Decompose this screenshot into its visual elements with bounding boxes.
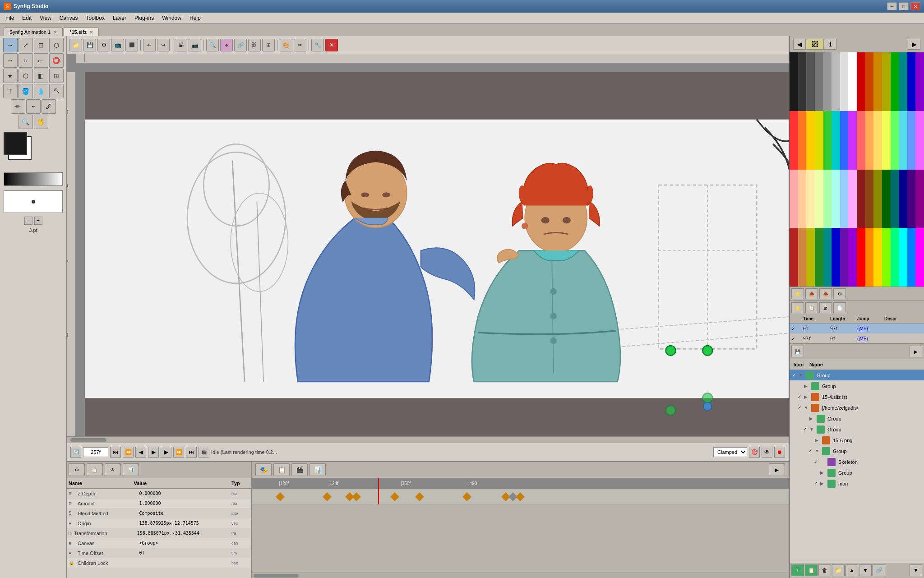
color-cell[interactable] [865, 228, 874, 287]
color-cell[interactable] [840, 111, 849, 170]
layer-add-btn[interactable]: + [791, 564, 804, 576]
tool-mirror[interactable]: ↔ [3, 53, 18, 68]
show-btn[interactable]: 📽 [175, 39, 187, 51]
tool-unknown2[interactable]: ⭕ [49, 53, 64, 68]
canvas-viewport[interactable] [85, 72, 789, 436]
keyframe-row-1[interactable]: ✓ 0f 97f (jMP) [790, 324, 924, 333]
color-cell[interactable] [865, 52, 874, 111]
layer-row-group1[interactable]: ✓ ▼ Group [790, 370, 924, 381]
render-preview-btn[interactable]: 👁 [762, 447, 772, 458]
frame-input[interactable] [83, 447, 108, 457]
color-cell[interactable] [891, 170, 899, 228]
color-cell[interactable] [790, 111, 798, 170]
color-cell[interactable] [823, 170, 832, 228]
stop-btn[interactable]: ✕ [325, 39, 338, 51]
color-cell[interactable] [832, 52, 840, 111]
gradient-preview[interactable] [4, 172, 63, 186]
color-cell[interactable] [915, 111, 924, 170]
zoom-magnify-btn[interactable]: 🔍 [206, 39, 219, 51]
timetrack-tab[interactable]: 📋 [87, 463, 103, 476]
layer-down-btn[interactable]: ▼ [859, 564, 872, 576]
layer-scroll-right[interactable]: ▶ [910, 346, 922, 357]
layer-del-btn[interactable]: 🗑 [818, 564, 831, 576]
color-cell[interactable] [891, 228, 899, 287]
maximize-button[interactable]: □ [899, 2, 909, 10]
menu-toolbox[interactable]: Toolbox [83, 14, 108, 22]
color-cell[interactable] [882, 170, 891, 228]
layer-more-btn[interactable]: ▼ [910, 564, 922, 576]
keyframe-6[interactable] [415, 492, 424, 501]
tool-hand[interactable]: 🖐 [34, 115, 48, 129]
color-cell[interactable] [857, 228, 865, 287]
color-cell[interactable] [790, 228, 798, 287]
foreground-color[interactable] [4, 132, 27, 155]
color-cell[interactable] [840, 52, 849, 111]
tab-15sifz[interactable]: *15.sifz ✕ [64, 28, 99, 36]
prop-row-blend[interactable]: S Blend Method Composite inte [67, 509, 251, 518]
timeline-tab-1[interactable]: 🎭 [255, 463, 272, 476]
color-cell[interactable] [899, 111, 907, 170]
save-btn[interactable]: 💾 [83, 39, 96, 51]
undo-btn[interactable]: ↩ [143, 39, 156, 51]
tab-animation1-close[interactable]: ✕ [53, 30, 57, 35]
menu-view[interactable]: View [36, 14, 55, 22]
color-cell[interactable] [865, 170, 874, 228]
color-cell[interactable] [798, 52, 807, 111]
timeline-tab-2[interactable]: 📋 [273, 463, 290, 476]
prop-row-amount[interactable]: π Amount 1.000000 rea [67, 499, 251, 509]
color-cell[interactable] [806, 170, 815, 228]
prop-row-timeoffset[interactable]: ● Time Offset 0f tim [67, 548, 251, 558]
color-cell[interactable] [815, 52, 823, 111]
show-bones-btn[interactable]: ⛓ [248, 39, 261, 51]
show-grid-btn[interactable]: ⊞ [262, 39, 275, 51]
color-cell[interactable] [832, 170, 840, 228]
layer-row-group3[interactable]: ▶ Group [790, 413, 924, 424]
size-decrease-button[interactable]: - [24, 217, 32, 225]
color-cell[interactable] [873, 170, 882, 228]
prop-row-childlock[interactable]: 🔒 Children Lock boo [67, 558, 251, 568]
prop-row-canvas[interactable]: ■ Canvas <Group> can [67, 538, 251, 548]
color-cell[interactable] [873, 111, 882, 170]
prop-row-zdepth[interactable]: π Z Depth 0.000000 rea [67, 489, 251, 499]
menu-plugins[interactable]: Plug-ins [131, 14, 157, 22]
menu-layer[interactable]: Layer [109, 14, 130, 22]
color-cell[interactable] [882, 52, 891, 111]
layer-row-15sifz[interactable]: ✓ ▶ 15-4.sifz lst [790, 392, 924, 402]
tool-eyedropper[interactable]: 💧 [34, 84, 48, 98]
unknown-btn1[interactable]: ⬛ [125, 39, 138, 51]
nav-info-btn[interactable]: ℹ [824, 39, 836, 50]
color-cell[interactable] [907, 111, 916, 170]
play-btn[interactable]: ▶ [148, 447, 159, 458]
kf-nav-btn[interactable]: ⭐ [791, 302, 804, 313]
color-cell[interactable] [832, 111, 840, 170]
color-cell[interactable] [832, 228, 840, 287]
tool-circle[interactable]: ○ [18, 53, 33, 68]
prop-row-origin[interactable]: ● Origin 138.876925px,12.714575 vec [67, 518, 251, 528]
color-cell[interactable] [806, 111, 815, 170]
layer-row-group4[interactable]: ✓ ▼ Group [790, 424, 924, 435]
menu-canvas[interactable]: Canvas [56, 14, 82, 22]
color-cell[interactable] [915, 52, 924, 111]
color-cell[interactable] [840, 228, 849, 287]
color-cell[interactable] [873, 228, 882, 287]
loop-btn[interactable]: 🔄 [70, 447, 81, 458]
color-cell[interactable] [899, 170, 907, 228]
color-cell[interactable] [823, 228, 832, 287]
color-cell[interactable] [857, 170, 865, 228]
pencil-btn[interactable]: ✏ [294, 39, 306, 51]
color-cell[interactable] [907, 228, 916, 287]
layer-group-btn[interactable]: 📁 [832, 564, 845, 576]
menu-file[interactable]: File [2, 14, 18, 22]
keyframe-10[interactable] [516, 492, 525, 501]
color-cell[interactable] [848, 170, 857, 228]
palette-add-btn[interactable]: ⭐ [791, 288, 804, 299]
tool-checker[interactable]: ⊞ [49, 69, 64, 83]
layer-row-skeleton[interactable]: ✓ Skeleton [790, 457, 924, 467]
nav-back-btn[interactable]: ◀ [793, 39, 806, 50]
step-fwd-btn[interactable]: ▶ [161, 447, 171, 458]
keyframe-4[interactable] [352, 492, 361, 501]
tool-polygon[interactable]: ⬡ [18, 69, 33, 83]
color-cell[interactable] [891, 111, 899, 170]
color-cell[interactable] [798, 111, 807, 170]
minimize-button[interactable]: ─ [887, 2, 897, 10]
